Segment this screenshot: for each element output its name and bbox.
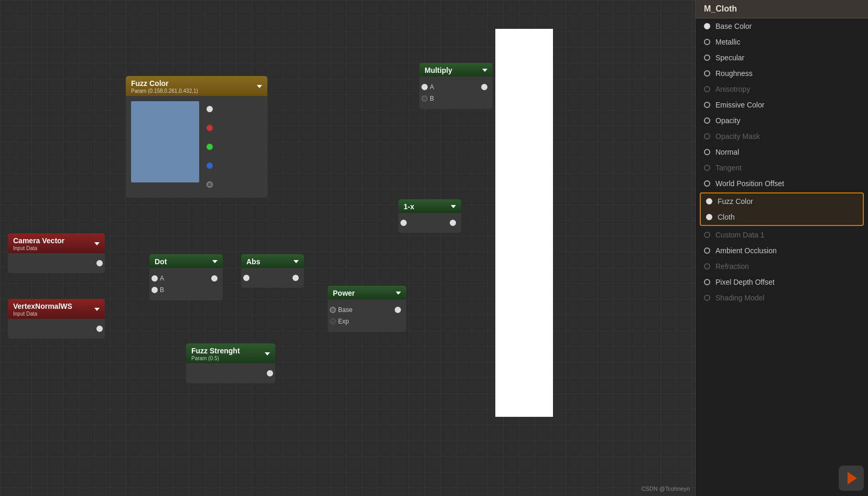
multiply-pin-b-in (421, 95, 428, 102)
panel-item-normal[interactable]: Normal (696, 144, 868, 160)
panel-item-metallic[interactable]: Metallic (696, 34, 868, 50)
one-minus-pin-in (400, 220, 407, 226)
panel-label-metallic: Metallic (715, 38, 740, 46)
dot-header[interactable]: Dot (149, 254, 223, 268)
pin-opacity (704, 117, 710, 124)
abs-pin-out (292, 275, 299, 281)
dot-dropdown-icon[interactable] (212, 260, 218, 263)
multiply-pin-b-row: B (421, 93, 491, 104)
pin-world-position-offset (704, 180, 710, 187)
highlighted-group: Fuzz Color Cloth (700, 192, 864, 226)
play-icon (848, 472, 857, 484)
panel-item-tangent[interactable]: Tangent (696, 160, 868, 176)
multiply-dropdown-icon[interactable] (482, 69, 487, 72)
panel-label-shading-model: Shading Model (715, 294, 764, 302)
output-pin-red (202, 123, 213, 133)
one-minus-dropdown-icon[interactable] (451, 205, 456, 208)
fuzz-strenght-header[interactable]: Fuzz Strenght Param (0.5) (186, 343, 275, 363)
pin-camera-out (96, 260, 103, 266)
panel-item-emissive-color[interactable]: Emissive Color (696, 97, 868, 113)
panel-item-roughness[interactable]: Roughness (696, 66, 868, 81)
pin-normal (704, 149, 710, 155)
abs-body (241, 268, 304, 288)
power-pin-base-in (330, 307, 336, 313)
pin-ambient-occlusion (704, 247, 710, 254)
pin-tangent (704, 165, 710, 171)
panel-item-anisotropy[interactable]: Anisotropy (696, 81, 868, 97)
abs-dropdown-icon[interactable] (294, 260, 299, 263)
panel-item-ambient-occlusion[interactable]: Ambient Occlusion (696, 243, 868, 258)
fuzz-color-subtitle: Param (0.158,0.261,0.432,1) (131, 88, 198, 94)
multiply-node[interactable]: Multiply A B (419, 63, 493, 109)
vertex-normal-dropdown-icon[interactable] (94, 308, 100, 311)
panel-item-world-position-offset[interactable]: World Position Offset (696, 176, 868, 191)
pin-roughness (704, 70, 710, 77)
panel-label-ambient-occlusion: Ambient Occlusion (715, 246, 777, 255)
panel-item-opacity-mask[interactable]: Opacity Mask (696, 128, 868, 144)
multiply-pin-b-label: B (430, 95, 434, 102)
fuzz-strenght-subtitle: Param (0.5) (191, 355, 240, 361)
pin-custom-data-1 (704, 232, 710, 238)
panel-item-specular[interactable]: Specular (696, 50, 868, 66)
fuzz-color-output-pins (202, 99, 213, 195)
panel-item-cloth[interactable]: Cloth (701, 209, 863, 225)
power-dropdown-icon[interactable] (396, 292, 401, 295)
camera-vector-header[interactable]: Camera Vector Input Data (8, 233, 105, 253)
power-pin-base-row: Base (330, 305, 404, 315)
power-body: Base Exp (328, 299, 406, 332)
pin-cloth (706, 214, 712, 220)
camera-vector-dropdown-icon[interactable] (94, 242, 100, 245)
camera-vector-title: Camera Vector (13, 236, 64, 245)
fuzz-strenght-node[interactable]: Fuzz Strenght Param (0.5) (186, 343, 275, 383)
panel-label-opacity-mask: Opacity Mask (715, 132, 760, 141)
panel-label-cloth: Cloth (718, 213, 735, 221)
one-minus-header[interactable]: 1-x (398, 199, 461, 213)
one-minus-title: 1-x (404, 202, 414, 211)
fuzz-color-node[interactable]: Fuzz Color Param (0.158,0.261,0.432,1) (126, 76, 267, 198)
panel-label-fuzz-color: Fuzz Color (718, 197, 753, 206)
play-button[interactable] (839, 466, 864, 491)
panel-item-opacity[interactable]: Opacity (696, 113, 868, 128)
abs-node[interactable]: Abs (241, 254, 304, 288)
panel-label-normal: Normal (715, 148, 739, 156)
fuzz-color-preview (131, 101, 199, 182)
power-node[interactable]: Power Base Exp (328, 286, 406, 332)
output-pin-white (202, 104, 213, 114)
dot-pin-b-in (151, 287, 158, 293)
pin-base-color (704, 23, 710, 29)
abs-title: Abs (246, 257, 260, 266)
abs-io-row (243, 273, 302, 283)
camera-vector-node[interactable]: Camera Vector Input Data (8, 233, 105, 273)
panel-item-custom-data-1[interactable]: Custom Data 1 (696, 227, 868, 243)
fuzz-color-dropdown-icon[interactable] (257, 85, 262, 88)
camera-vector-output (10, 258, 103, 268)
abs-header[interactable]: Abs (241, 254, 304, 268)
panel-item-pixel-depth-offset[interactable]: Pixel Depth Offset (696, 274, 868, 290)
power-header[interactable]: Power (328, 286, 406, 299)
output-pin-green (202, 142, 213, 152)
vertex-normal-output (10, 324, 103, 333)
dot-node[interactable]: Dot A B (149, 254, 223, 300)
panel-label-roughness: Roughness (715, 69, 753, 78)
fuzz-strenght-dropdown-icon[interactable] (265, 352, 270, 355)
pin-vertex-out (96, 326, 103, 332)
one-minus-node[interactable]: 1-x (398, 199, 461, 233)
watermark: CSDN @Tcohneyn (642, 486, 690, 492)
panel-item-refraction[interactable]: Refraction (696, 258, 868, 274)
power-pin-out (395, 307, 401, 313)
panel-label-emissive-color: Emissive Color (715, 101, 764, 109)
vertex-normal-header[interactable]: VertexNormalWS Input Data (8, 299, 105, 319)
panel-label-pixel-depth-offset: Pixel Depth Offset (715, 278, 775, 286)
pin-anisotropy (704, 86, 710, 92)
multiply-header[interactable]: Multiply (419, 63, 493, 77)
fuzz-color-node-header[interactable]: Fuzz Color Param (0.158,0.261,0.432,1) (126, 76, 267, 96)
multiply-title: Multiply (425, 66, 452, 74)
vertex-normal-node[interactable]: VertexNormalWS Input Data (8, 299, 105, 339)
panel-item-base-color[interactable]: Base Color (696, 18, 868, 34)
panel-item-fuzz-color[interactable]: Fuzz Color (701, 193, 863, 209)
output-pin-dark (202, 180, 213, 189)
panel-item-shading-model[interactable]: Shading Model (696, 290, 868, 306)
pin-specular (704, 55, 710, 61)
fuzz-strenght-title: Fuzz Strenght (191, 347, 240, 355)
dot-pin-a-in (151, 275, 158, 282)
